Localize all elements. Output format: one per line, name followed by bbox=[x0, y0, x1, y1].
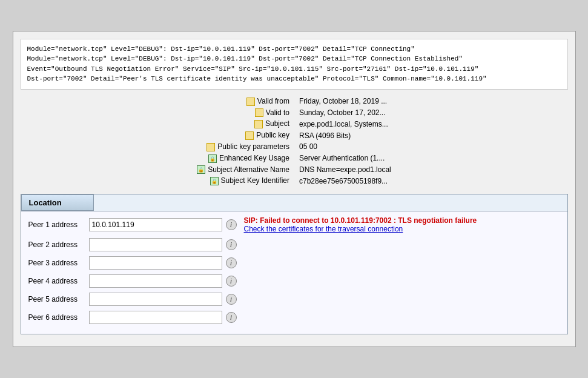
cert-icon-plain bbox=[255, 108, 263, 117]
location-header: Location bbox=[21, 194, 94, 211]
info-icon[interactable]: i bbox=[226, 312, 237, 323]
peer-row: Peer 4 addressi bbox=[28, 274, 560, 288]
info-icon[interactable]: i bbox=[226, 294, 237, 305]
log-section: Module="network.tcp" Level="DEBUG": Dst-… bbox=[21, 39, 568, 90]
peer-label: Peer 3 address bbox=[28, 259, 89, 267]
peer-label: Peer 5 address bbox=[28, 295, 89, 303]
error-link[interactable]: Check the certificates for the traversal… bbox=[244, 225, 560, 233]
location-section: Location Peer 1 addressiSIP: Failed to c… bbox=[21, 194, 568, 334]
cert-field-label: Enhanced Key Usage bbox=[219, 154, 289, 162]
cert-icon-green: 🔒 bbox=[197, 165, 205, 174]
cert-label: Valid to bbox=[192, 107, 294, 119]
log-line-4: Dst-port="7002" Detail="Peer's TLS certi… bbox=[27, 74, 561, 84]
cert-icon-green: 🔒 bbox=[208, 154, 217, 163]
cert-field-label: Subject bbox=[265, 119, 289, 128]
peer-input[interactable] bbox=[89, 256, 222, 270]
peer-input[interactable] bbox=[89, 274, 222, 288]
cert-field-value: Friday, October 18, 2019 ... bbox=[294, 96, 396, 107]
cert-field-label: Public key parameters bbox=[217, 142, 289, 151]
cert-row: Valid toSunday, October 17, 202... bbox=[192, 107, 396, 119]
peer-input[interactable] bbox=[89, 238, 222, 251]
cert-field-label: Public key bbox=[256, 131, 289, 139]
info-icon[interactable]: i bbox=[226, 257, 237, 268]
cert-field-value: Sunday, October 17, 202... bbox=[294, 107, 396, 119]
cert-field-value: c7b28ee75e675005198f9... bbox=[294, 175, 396, 187]
main-container: Module="network.tcp" Level="DEBUG": Dst-… bbox=[13, 31, 576, 348]
location-body: Peer 1 addressiSIP: Failed to connect to… bbox=[21, 211, 567, 334]
cert-label: Public key bbox=[192, 130, 294, 141]
peer-input[interactable] bbox=[89, 218, 222, 231]
cert-row: 🔒Subject Alternative NameDNS Name=expe.p… bbox=[192, 164, 396, 176]
info-icon[interactable]: i bbox=[226, 239, 237, 250]
cert-label: 🔒Subject Key Identifier bbox=[192, 175, 294, 187]
cert-icon-plain bbox=[245, 131, 254, 140]
cert-field-value: expe.pod1.local, Systems... bbox=[294, 118, 396, 130]
cert-field-label: Valid to bbox=[266, 108, 289, 117]
location-header-row: Location bbox=[21, 194, 567, 211]
peer-row: Peer 5 addressi bbox=[28, 293, 560, 306]
cert-row: 🔒Enhanced Key UsageServer Authentication… bbox=[192, 153, 396, 164]
error-block: SIP: Failed to connect to 10.0.101.119:7… bbox=[244, 216, 560, 233]
cert-row: Public keyRSA (4096 Bits) bbox=[192, 130, 396, 141]
cert-row: Valid fromFriday, October 18, 2019 ... bbox=[192, 96, 396, 107]
cert-label: Subject bbox=[192, 118, 294, 130]
peer-label: Peer 4 address bbox=[28, 277, 89, 285]
cert-field-label: Subject Alternative Name bbox=[208, 165, 289, 174]
log-line-3: Event="Outbound TLS Negotiation Error" S… bbox=[27, 64, 561, 75]
cert-label: Public key parameters bbox=[192, 141, 294, 153]
cert-table: Valid fromFriday, October 18, 2019 ...Va… bbox=[192, 96, 396, 187]
peer-label: Peer 2 address bbox=[28, 240, 89, 249]
cert-icon-green: 🔒 bbox=[210, 177, 219, 185]
cert-icon-plain bbox=[206, 143, 215, 151]
peer-row: Peer 6 addressi bbox=[28, 311, 560, 324]
cert-field-label: Subject Key Identifier bbox=[221, 176, 289, 185]
cert-field-value: Server Authentication (1.... bbox=[294, 153, 396, 164]
info-icon[interactable]: i bbox=[226, 276, 237, 287]
peer-label: Peer 1 address bbox=[28, 220, 89, 229]
peer-input[interactable] bbox=[89, 293, 222, 306]
cert-label: 🔒Subject Alternative Name bbox=[192, 164, 294, 176]
peer-row: Peer 3 addressi bbox=[28, 256, 560, 270]
cert-field-value: RSA (4096 Bits) bbox=[294, 130, 396, 141]
cert-row: Public key parameters05 00 bbox=[192, 141, 396, 153]
log-line-1: Module="network.tcp" Level="DEBUG": Dst-… bbox=[27, 44, 561, 55]
log-line-2: Module="network.tcp" Level="DEBUG": Dst-… bbox=[27, 54, 561, 64]
cert-field-label: Valid from bbox=[257, 97, 289, 105]
cert-label: Valid from bbox=[192, 96, 294, 107]
info-icon[interactable]: i bbox=[226, 219, 237, 230]
cert-row: Subjectexpe.pod1.local, Systems... bbox=[192, 118, 396, 130]
cert-icon-plain bbox=[246, 98, 255, 106]
cert-row: 🔒Subject Key Identifierc7b28ee75e6750051… bbox=[192, 175, 396, 187]
cert-field-value: 05 00 bbox=[294, 141, 396, 153]
cert-field-value: DNS Name=expe.pod1.local bbox=[294, 164, 396, 176]
cert-label: 🔒Enhanced Key Usage bbox=[192, 153, 294, 164]
error-text: SIP: Failed to connect to 10.0.101.119:7… bbox=[244, 216, 560, 225]
peer-row: Peer 2 addressi bbox=[28, 238, 560, 251]
peer-row: Peer 1 addressiSIP: Failed to connect to… bbox=[28, 216, 560, 233]
cert-icon-plain bbox=[254, 120, 263, 128]
peer-input[interactable] bbox=[89, 311, 222, 324]
peer-label: Peer 6 address bbox=[28, 313, 89, 322]
